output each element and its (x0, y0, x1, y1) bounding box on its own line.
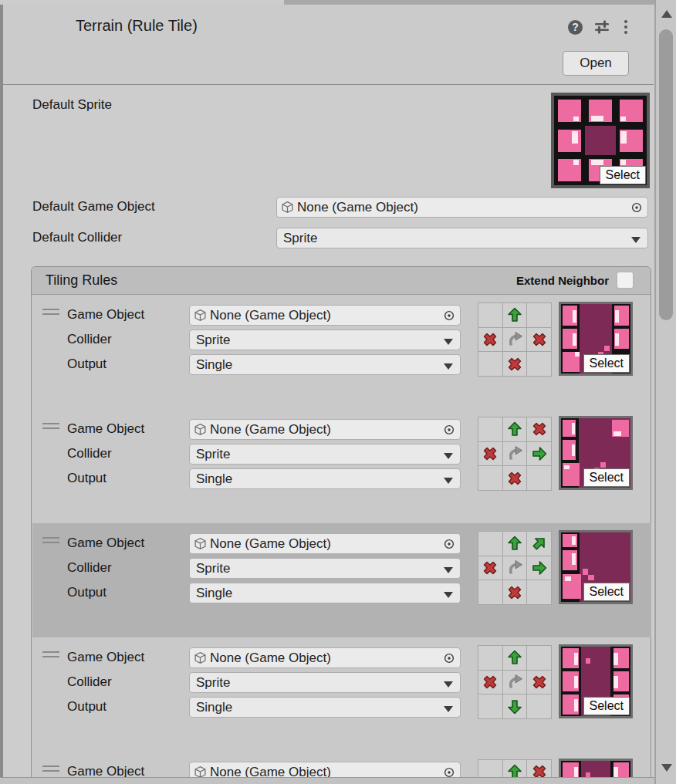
neighbor-cell[interactable] (527, 671, 551, 694)
vertical-scrollbar[interactable] (654, 0, 676, 784)
rule-game-object-field[interactable]: None (Game Object) (189, 305, 461, 326)
neighbor-cell[interactable] (503, 442, 527, 466)
neighbor-cell-empty[interactable] (478, 352, 502, 376)
neighbor-cell-empty[interactable] (527, 303, 551, 327)
neighbor-not-this-icon (530, 420, 549, 438)
neighbor-cell[interactable] (478, 556, 502, 580)
rule-drag-handle[interactable] (42, 765, 59, 775)
rule-drag-handle[interactable] (42, 651, 59, 661)
neighbor-cell[interactable] (503, 694, 527, 718)
rule-game-object-field[interactable]: None (Game Object) (189, 533, 461, 554)
neighbor-cell-empty[interactable] (527, 646, 551, 670)
neighbor-cell[interactable] (527, 328, 551, 352)
neighbor-cell[interactable] (503, 532, 527, 556)
rule-drag-handle[interactable] (42, 423, 59, 432)
neighbor-cell[interactable] (527, 442, 551, 466)
rule-output-value: Single (196, 357, 232, 373)
rule-game-object-field[interactable]: None (Game Object) (189, 419, 461, 440)
game-object-cube-icon (194, 309, 207, 322)
rule-sprite-preview[interactable]: Select (559, 530, 633, 604)
tiling-rule-row[interactable]: Game Object Collider Output None (Game O… (32, 409, 651, 523)
neighbor-not-this-icon (505, 355, 524, 373)
neighbor-cell[interactable] (527, 417, 551, 441)
rule-game-object-field[interactable]: None (Game Object) (189, 647, 461, 668)
neighbor-cell[interactable] (478, 442, 502, 466)
rule-collider-dropdown[interactable]: Sprite (189, 444, 461, 465)
open-button[interactable]: Open (563, 51, 629, 76)
rule-sprite-select-button[interactable]: Select (583, 583, 630, 601)
rule-collider-dropdown[interactable]: Sprite (189, 558, 461, 579)
chevron-down-icon (444, 592, 453, 598)
rule-output-dropdown[interactable]: Single (189, 697, 461, 718)
help-icon[interactable]: ? (568, 20, 583, 35)
neighbor-cell-empty[interactable] (478, 417, 502, 441)
neighbor-cell[interactable] (503, 646, 527, 670)
game-object-cube-icon (281, 201, 294, 214)
default-sprite-select-button[interactable]: Select (600, 166, 646, 184)
default-game-object-field[interactable]: None (Game Object) (276, 197, 648, 218)
default-sprite-label: Default Sprite (32, 97, 112, 113)
neighbor-cell[interactable] (503, 328, 527, 352)
rule-game-object-label: Game Object (67, 536, 144, 551)
neighbor-cell[interactable] (478, 328, 502, 352)
neighbor-cell[interactable] (503, 303, 527, 327)
neighbor-cell[interactable] (503, 671, 527, 694)
rule-sprite-select-button[interactable]: Select (583, 468, 630, 487)
neighbor-cell[interactable] (503, 417, 527, 441)
neighbor-cell[interactable] (527, 532, 551, 556)
neighbor-cell-empty[interactable] (478, 694, 502, 718)
neighbor-cell-empty[interactable] (478, 646, 502, 670)
rule-drag-handle[interactable] (42, 309, 59, 318)
rule-sprite-preview[interactable]: Select (559, 416, 633, 490)
object-picker-icon[interactable] (438, 306, 460, 325)
neighbor-up-right-arrow-icon (530, 534, 549, 553)
neighbor-cell-empty[interactable] (527, 466, 551, 490)
neighbor-cell-empty[interactable] (527, 352, 551, 376)
tiling-rule-row[interactable]: Game Object Collider Output None (Game O… (32, 523, 651, 637)
object-picker-icon[interactable] (438, 420, 460, 439)
rule-sprite-select-button[interactable]: Select (583, 697, 630, 715)
extend-neighbor-checkbox[interactable] (617, 272, 634, 289)
default-sprite-preview[interactable]: Select (551, 93, 650, 188)
chevron-down-icon (444, 567, 453, 573)
chevron-down-icon (444, 363, 453, 370)
rule-collider-dropdown[interactable]: Sprite (189, 672, 461, 693)
tiling-rule-row[interactable]: Game Object Collider Output None (Game O… (32, 637, 651, 752)
default-collider-value: Sprite (283, 231, 317, 246)
tiling-rule-row[interactable]: Game Object Collider Output None (Game O… (32, 295, 651, 409)
rule-output-dropdown[interactable]: Single (189, 583, 461, 603)
neighbor-cell[interactable] (478, 671, 502, 694)
default-collider-dropdown[interactable]: Sprite (276, 228, 648, 248)
neighbor-cell-empty[interactable] (478, 303, 502, 327)
neighbor-cell-empty[interactable] (527, 580, 551, 604)
rule-sprite-select-button[interactable]: Select (583, 354, 630, 373)
neighbor-cell-empty[interactable] (478, 580, 502, 604)
neighbor-cell[interactable] (503, 466, 527, 490)
neighbor-cell-empty[interactable] (478, 466, 502, 490)
rule-sprite-preview[interactable]: Select (559, 644, 633, 718)
neighbor-cell-empty[interactable] (527, 694, 551, 718)
scroll-down-icon[interactable] (661, 764, 672, 772)
rule-collider-label: Collider (67, 446, 112, 461)
object-picker-icon[interactable] (438, 648, 460, 667)
more-menu-icon[interactable] (621, 19, 630, 35)
rule-collider-label: Collider (67, 332, 112, 347)
scroll-up-icon[interactable] (661, 10, 672, 18)
rule-sprite-preview[interactable]: Select (559, 302, 633, 376)
neighbor-cell[interactable] (503, 580, 527, 604)
game-object-cube-icon (194, 651, 207, 664)
rule-collider-dropdown[interactable]: Sprite (189, 329, 461, 350)
rule-output-dropdown[interactable]: Single (189, 354, 461, 375)
scrollbar-thumb[interactable] (659, 29, 673, 320)
chevron-down-icon (444, 681, 453, 688)
neighbor-cell[interactable] (527, 556, 551, 580)
neighbor-cell[interactable] (503, 556, 527, 580)
object-picker-icon[interactable] (626, 198, 647, 217)
object-picker-icon[interactable] (438, 534, 460, 553)
neighbor-cell[interactable] (503, 352, 527, 376)
rule-drag-handle[interactable] (42, 537, 59, 546)
presets-icon[interactable] (593, 19, 610, 35)
chevron-down-icon (631, 237, 641, 243)
neighbor-cell-empty[interactable] (478, 532, 502, 556)
rule-output-dropdown[interactable]: Single (189, 468, 461, 489)
